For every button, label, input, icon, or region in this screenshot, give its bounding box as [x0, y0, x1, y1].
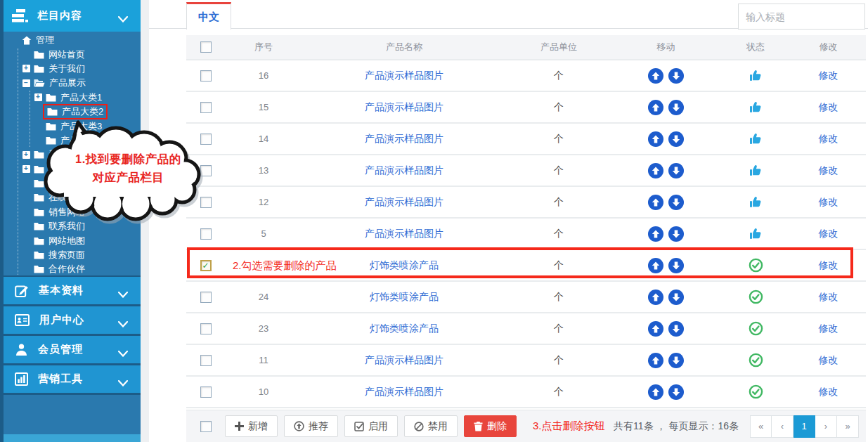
status-thumb-icon[interactable] — [749, 100, 763, 115]
sidebar-tree-item[interactable]: 搜索页面 — [4, 248, 141, 262]
status-check-icon[interactable] — [749, 258, 763, 273]
sidebar-tree-item[interactable]: 产品大类3 — [4, 119, 141, 133]
move-up-icon[interactable] — [648, 195, 663, 210]
sidebar-section[interactable]: 基本资料 — [4, 277, 141, 304]
sidebar-tree-item[interactable]: + 新闻中心 — [4, 148, 141, 162]
move-down-icon[interactable] — [668, 290, 684, 305]
move-up-icon[interactable] — [648, 353, 663, 368]
edit-link[interactable]: 修改 — [819, 70, 838, 81]
row-checkbox[interactable] — [200, 165, 212, 176]
tree-expander[interactable]: − — [21, 79, 31, 87]
sidebar-tree-item[interactable]: 网站首页 — [4, 47, 141, 61]
edit-link[interactable]: 修改 — [819, 228, 838, 239]
move-up-icon[interactable] — [648, 100, 663, 115]
pagination-button[interactable]: « — [750, 415, 772, 438]
tree-expander[interactable] — [33, 122, 43, 130]
edit-link[interactable]: 修改 — [819, 164, 838, 176]
status-check-icon[interactable] — [749, 384, 763, 399]
move-down-icon[interactable] — [668, 68, 684, 84]
row-checkbox[interactable]: ✓ — [200, 260, 212, 271]
status-thumb-icon[interactable] — [749, 195, 763, 209]
status-thumb-icon[interactable] — [749, 164, 763, 178]
row-checkbox[interactable] — [200, 197, 212, 208]
tree-expander[interactable] — [21, 237, 31, 245]
product-name-link[interactable]: 灯饰类喷涂产品 — [370, 259, 439, 271]
edit-link[interactable]: 修改 — [819, 196, 838, 207]
edit-link[interactable]: 修改 — [819, 354, 838, 365]
tree-expander[interactable] — [21, 51, 31, 58]
move-up-icon[interactable] — [648, 321, 663, 337]
edit-link[interactable]: 修改 — [819, 323, 838, 334]
row-checkbox[interactable] — [200, 134, 212, 145]
move-down-icon[interactable] — [668, 100, 684, 115]
move-down-icon[interactable] — [668, 163, 684, 178]
sidebar-tree-item[interactable]: 产品大类2 — [4, 105, 141, 119]
status-check-icon[interactable] — [749, 321, 763, 336]
move-down-icon[interactable] — [668, 321, 684, 337]
product-name-link[interactable]: 灯饰类喷涂产品 — [370, 323, 439, 334]
product-name-link[interactable]: 产品演示样品图片 — [365, 164, 443, 176]
product-name-link[interactable]: 产品演示样品图片 — [365, 133, 443, 144]
tree-expander[interactable]: + — [21, 165, 31, 173]
move-up-icon[interactable] — [648, 258, 663, 273]
sidebar-tree-item[interactable]: 在线留言 — [4, 190, 141, 204]
toolbar-button-recommend[interactable]: 推荐 — [284, 415, 338, 437]
sidebar-tree-item[interactable]: 网站地图 — [4, 233, 141, 247]
tab-chinese[interactable]: 中文 — [186, 2, 231, 30]
edit-link[interactable]: 修改 — [819, 101, 838, 112]
status-check-icon[interactable] — [749, 290, 763, 304]
sidebar-tree-item[interactable] — [4, 176, 141, 190]
tree-expander[interactable] — [21, 223, 31, 230]
row-checkbox[interactable] — [200, 228, 212, 240]
sidebar-tree-item[interactable]: − 产品展示 — [4, 76, 141, 90]
move-down-icon[interactable] — [668, 258, 684, 273]
sidebar-tree-item[interactable]: 合作伙伴 — [4, 262, 141, 276]
status-thumb-icon[interactable] — [749, 69, 763, 83]
pagination-button[interactable]: 1 — [793, 415, 815, 438]
tree-expander[interactable] — [21, 252, 31, 259]
toolbar-button-disable[interactable]: 禁用 — [404, 415, 458, 437]
product-name-link[interactable]: 产品演示样品图片 — [365, 101, 443, 112]
sidebar-tree-item[interactable]: 销售网络 — [4, 205, 141, 219]
pagination-button[interactable]: ‹ — [772, 415, 793, 438]
move-down-icon[interactable] — [668, 195, 684, 210]
move-up-icon[interactable] — [648, 131, 663, 147]
row-checkbox[interactable] — [200, 102, 212, 113]
product-name-link[interactable]: 产品演示样品图片 — [365, 354, 443, 365]
footer-checkbox[interactable] — [200, 421, 212, 432]
tree-expander[interactable] — [21, 194, 31, 202]
product-name-link[interactable]: 产品演示样品图片 — [365, 228, 443, 239]
sidebar-tree-item[interactable]: 联系我们 — [4, 219, 141, 233]
product-name-link[interactable]: 产品演示样品图片 — [365, 70, 443, 81]
product-name-link[interactable]: 产品演示样品图片 — [365, 386, 443, 397]
sidebar-header[interactable]: 栏目内容 — [4, 0, 141, 32]
move-up-icon[interactable] — [648, 226, 663, 242]
tree-expander[interactable] — [21, 208, 31, 216]
tree-expander[interactable] — [33, 136, 43, 144]
select-all-checkbox[interactable] — [200, 41, 212, 53]
row-checkbox[interactable] — [200, 292, 212, 303]
pagination-button[interactable]: » — [837, 415, 859, 438]
move-down-icon[interactable] — [668, 384, 684, 400]
product-name-link[interactable]: 产品演示样品图片 — [365, 196, 443, 207]
tree-expander[interactable]: + — [21, 65, 31, 72]
row-checkbox[interactable] — [200, 70, 212, 82]
tree-expander[interactable] — [21, 266, 31, 273]
status-thumb-icon[interactable] — [749, 227, 763, 241]
row-checkbox[interactable] — [200, 355, 212, 366]
sidebar-tree-item[interactable]: 产品大类4 — [4, 134, 141, 148]
move-down-icon[interactable] — [668, 226, 684, 242]
move-up-icon[interactable] — [648, 68, 663, 84]
product-name-link[interactable]: 灯饰类喷涂产品 — [370, 291, 439, 302]
edit-link[interactable]: 修改 — [819, 259, 838, 271]
status-thumb-icon[interactable] — [749, 132, 763, 146]
move-up-icon[interactable] — [648, 163, 663, 178]
sidebar-tree-item[interactable]: + — [4, 162, 141, 176]
sidebar-tree-item[interactable]: + 产品大类1 — [4, 91, 141, 105]
move-down-icon[interactable] — [668, 353, 684, 368]
edit-link[interactable]: 修改 — [819, 386, 838, 397]
move-up-icon[interactable] — [648, 290, 663, 305]
sidebar-section[interactable]: 营销工具 — [4, 365, 141, 393]
sidebar-section[interactable]: 会员管理 — [4, 336, 141, 363]
search-input[interactable] — [739, 11, 868, 22]
